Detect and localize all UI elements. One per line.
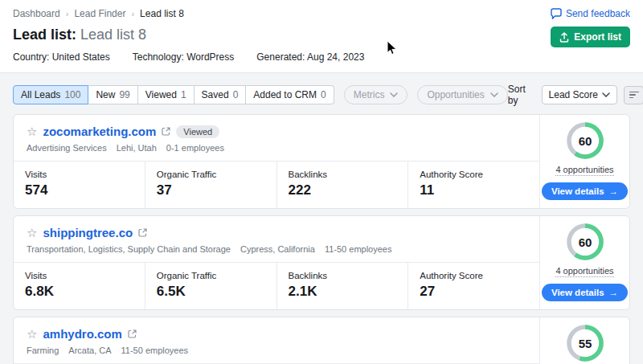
lead-subtitle: Farming Arcata, CA 11-50 employees [27,346,526,355]
metric-authority-score: Authority Score 27 [408,263,539,309]
tab-new[interactable]: New 99 [88,85,137,104]
metrics-dropdown[interactable]: Metrics [344,85,408,104]
metric-value: 574 [25,182,133,198]
sort-select[interactable]: Lead Score [542,85,617,104]
metric-value: 27 [420,284,528,300]
view-details-label: View details [551,186,604,196]
metric-label: Visits [25,170,133,179]
opportunities-link[interactable]: 4 opportunities [555,165,613,176]
tab-new-label: New [96,89,115,100]
lead-score-donut: 60 [567,223,604,260]
tab-all-leads-label: All Leads [21,89,60,100]
chevron-down-icon [490,92,498,97]
metric-value: 6.5K [157,284,265,300]
lead-metrics: Visits 6.8K Organic Traffic 6.5K Backlin… [14,262,539,309]
save-star-icon[interactable]: ☆ [27,125,37,137]
lead-domain-link[interactable]: shippingtree.co [43,226,133,239]
save-star-icon[interactable]: ☆ [27,328,37,340]
lead-subtitle: Transportation, Logistics, Supply Chain … [27,244,526,254]
lead-finder-page: Dashboard › Lead Finder › Lead list 8 Le… [0,0,643,364]
breadcrumb-lead-finder[interactable]: Lead Finder [74,8,125,19]
lead-status-tabs: All Leads 100 New 99 Viewed 1 Saved 0 Ad… [13,85,334,104]
lead-card: ☆ zocomarketing.com Viewed Advertising S… [13,114,630,209]
lead-card: ☆ amhydro.com Farming Arcata, CA 11-50 e… [13,317,630,364]
metric-label: Authority Score [420,170,528,179]
breadcrumb-separator: › [131,9,134,18]
tab-viewed[interactable]: Viewed 1 [138,85,195,104]
breadcrumb-dashboard[interactable]: Dashboard [13,8,60,19]
view-details-label: View details [551,288,604,297]
send-feedback-link[interactable]: Send feedback [551,8,630,19]
opportunities-dropdown[interactable]: Opportunities [417,85,507,104]
opportunities-link[interactable]: 4 opportunities [555,266,613,277]
export-list-button[interactable]: Export list [551,27,630,47]
lead-card: ☆ shippingtree.co Transportation, Logist… [13,215,630,310]
meta-country-value: United States [52,51,110,63]
lead-industry: Advertising Services [27,143,107,153]
lead-score-value: 55 [578,337,592,350]
metric-label: Organic Traffic [157,271,265,280]
page-title-value: Lead list 8 [80,27,146,43]
tab-added-to-crm-label: Added to CRM [253,89,317,100]
tab-saved[interactable]: Saved 0 [195,85,247,104]
lead-domain-link[interactable]: zocomarketing.com [43,125,156,138]
tab-all-leads-count: 100 [64,89,80,100]
lead-list: ☆ zocomarketing.com Viewed Advertising S… [13,114,630,364]
tab-saved-label: Saved [202,89,229,100]
external-link-icon[interactable] [138,228,147,237]
lead-card-header: ☆ zocomarketing.com Viewed Advertising S… [14,115,539,161]
view-details-button[interactable]: View details → [542,182,628,200]
arrow-right-icon: → [609,186,619,196]
tab-viewed-count: 1 [181,89,186,100]
lead-industry: Farming [27,346,59,355]
chevron-down-icon [602,92,610,97]
lead-card-header: ☆ amhydro.com Farming Arcata, CA 11-50 e… [14,317,539,363]
tab-all-leads[interactable]: All Leads 100 [13,85,88,104]
lead-score-value: 60 [578,134,592,148]
lead-location: Lehi, Utah [117,143,157,153]
sort-direction-button[interactable] [624,86,643,104]
tab-viewed-label: Viewed [145,89,177,100]
metric-authority-score: Authority Score 11 [408,162,539,208]
send-feedback-label: Send feedback [566,8,630,19]
sort-controls: Sort by Lead Score [508,84,643,106]
lead-subtitle: Advertising Services Lehi, Utah 0-1 empl… [27,143,526,153]
metric-value: 6.8K [25,284,133,300]
metric-visits: Visits 6.8K [14,263,145,309]
metric-organic-traffic: Organic Traffic 37 [145,162,276,208]
content-area: All Leads 100 New 99 Viewed 1 Saved 0 Ad… [0,72,643,364]
lead-title-line: ☆ shippingtree.co [27,226,526,239]
metric-label: Authority Score [420,271,528,280]
tab-saved-count: 0 [233,89,239,100]
lead-card-main: ☆ zocomarketing.com Viewed Advertising S… [14,115,539,208]
lead-employees: 11-50 employees [121,346,189,355]
lead-score-panel: 60 4 opportunities View details → [539,216,629,309]
lead-score-donut: 60 [567,122,604,159]
sort-select-value: Lead Score [549,89,598,100]
arrow-right-icon: → [609,288,619,297]
lead-card-main: ☆ amhydro.com Farming Arcata, CA 11-50 e… [14,317,539,364]
lead-domain-link[interactable]: amhydro.com [43,327,121,341]
lead-title-line: ☆ amhydro.com [27,327,526,341]
save-star-icon[interactable]: ☆ [27,227,37,239]
lead-title-line: ☆ zocomarketing.com Viewed [27,125,526,138]
meta-generated-value: Aug 24, 2023 [307,51,364,63]
lead-employees: 11-50 employees [325,244,392,254]
metric-label: Backlinks [289,271,397,280]
tab-added-to-crm[interactable]: Added to CRM 0 [246,85,334,104]
lead-card-main: ☆ shippingtree.co Transportation, Logist… [14,216,539,309]
breadcrumb: Dashboard › Lead Finder › Lead list 8 [13,8,630,19]
external-link-icon[interactable] [128,329,137,338]
lead-card-header: ☆ shippingtree.co Transportation, Logist… [14,216,539,262]
lead-score-panel: 55 3 opportunities View details → [539,317,629,364]
page-header: Dashboard › Lead Finder › Lead list 8 Le… [0,0,643,72]
external-link-icon[interactable] [162,127,170,136]
view-details-button[interactable]: View details → [542,284,628,301]
metric-value: 11 [420,182,528,198]
metric-label: Backlinks [289,170,397,179]
page-title-label: Lead list: [13,27,76,43]
meta-generated: Generated: Aug 24, 2023 [256,51,364,63]
lead-score-panel: 60 4 opportunities View details → [539,115,629,208]
meta-technology: Technology: WordPress [133,51,235,63]
meta-country-label: Country: [13,51,49,63]
